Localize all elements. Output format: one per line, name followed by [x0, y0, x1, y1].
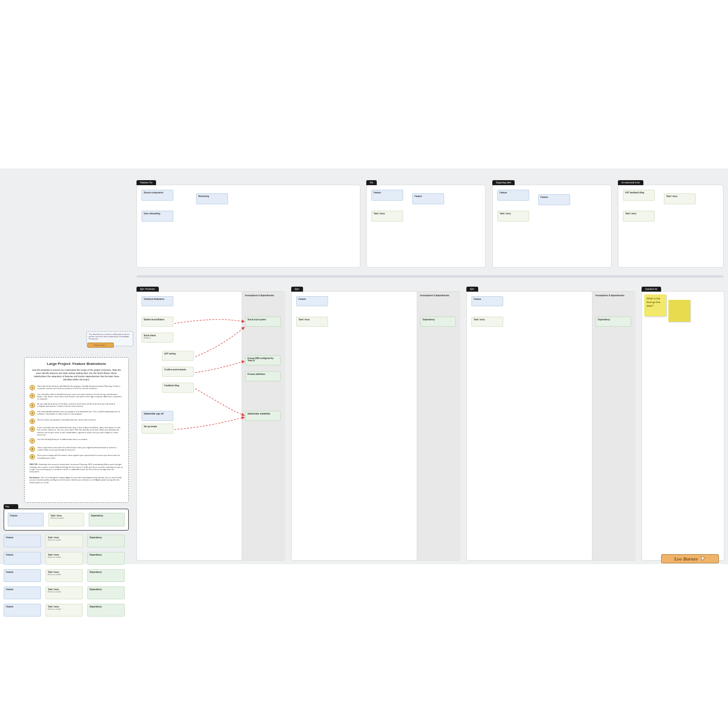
- card[interactable]: Confirm environments: [162, 367, 194, 377]
- blank-feature-card[interactable]: Feature: [4, 535, 41, 547]
- blank-dependency-card[interactable]: Dependency: [87, 586, 125, 599]
- epic-tab: Epic:: [466, 287, 478, 292]
- step-number-icon: 4: [30, 410, 35, 416]
- dependencies-header: Assumptions & dependencies: [417, 292, 460, 298]
- bucket-supporting[interactable]: Supporting other FeatureFeatureTask / st…: [492, 185, 612, 268]
- blank-task-card[interactable]: Task / storyReference needed: [46, 552, 83, 565]
- instruction-step: 1 Start with all the features identified…: [30, 385, 123, 390]
- bucket-not[interactable]: Not FeatureFeatureTask / story: [366, 185, 485, 268]
- blank-dependency-card[interactable]: Dependency: [87, 535, 125, 547]
- instruction-step: 7 Use the Parking/'Feature' to different…: [30, 438, 123, 444]
- blank-feature-card[interactable]: Feature: [4, 586, 41, 599]
- blank-task-card[interactable]: Task / storyReference needed: [46, 586, 83, 599]
- cursor-icon: [700, 556, 706, 562]
- card[interactable]: Stock checkRef Azure: [142, 333, 173, 343]
- bucket-unsized[interactable]: Un-sized work to be UAT feedback tilingT…: [618, 185, 723, 268]
- key-panel: Feature Task / storyReference needed Dep…: [4, 509, 129, 531]
- bucket-tab: Un-sized work to be: [618, 180, 643, 185]
- card[interactable]: Feature: [471, 296, 503, 306]
- card[interactable]: Task / story: [471, 317, 503, 327]
- bucket-tab: Supporting other: [492, 180, 515, 185]
- card[interactable]: Task / story: [296, 317, 328, 327]
- instructions-protip: PRO TIP: Undertake this exercise shortly…: [30, 463, 123, 473]
- epic-2[interactable]: Epic: Assumptions & dependencies Feature…: [291, 291, 460, 561]
- blank-feature-card[interactable]: Feature: [4, 569, 41, 582]
- step-text: Start with all the features identified b…: [37, 385, 123, 390]
- card[interactable]: UAT feedback tiling: [623, 190, 655, 201]
- instructions-title: Large Project: Feature Brainstorm: [30, 362, 123, 366]
- epic-tab: Epic: Production: [136, 287, 159, 292]
- bucket-features-for[interactable]: Features: For Secure componentsMonitorin…: [136, 185, 360, 268]
- dependency-card[interactable]: Ensure DNS configured by Team B: [245, 355, 281, 365]
- blank-feature-card[interactable]: Feature: [4, 552, 41, 565]
- dependency-card[interactable]: Stock local system: [245, 317, 281, 327]
- epic-tab: Questions for: [642, 287, 661, 292]
- blank-feature-card[interactable]: Feature: [4, 604, 41, 617]
- section-divider: [136, 275, 723, 278]
- step-number-icon: 9: [30, 454, 35, 460]
- dependencies-header: Assumptions & dependencies: [242, 292, 285, 298]
- bucket-tab: Not: [366, 180, 377, 185]
- sticky-note[interactable]: What is the final go live date?: [644, 294, 666, 316]
- blank-dependency-card[interactable]: Dependency: [87, 552, 125, 565]
- step-number-icon: 1: [30, 385, 35, 390]
- step-text: You will probably identify some assumpti…: [37, 410, 123, 416]
- card[interactable]: Task / story: [497, 211, 529, 222]
- card[interactable]: Task / story: [623, 211, 655, 222]
- card[interactable]: Basket reconciliation: [142, 317, 173, 327]
- sticky-note[interactable]: [668, 300, 690, 322]
- card[interactable]: Task / story: [371, 211, 403, 222]
- card[interactable]: User onboarding: [142, 211, 173, 222]
- step-text: As you add the features to the Epic cont…: [37, 403, 123, 408]
- dependency-card[interactable]: Dependency: [596, 317, 631, 327]
- card[interactable]: Task / story: [664, 193, 696, 204]
- blank-task-card[interactable]: Task / storyReference needed: [46, 604, 83, 617]
- key-dependency-card[interactable]: Dependency: [89, 513, 125, 526]
- epic-tab: Epic:: [291, 287, 303, 292]
- step-number-icon: 5: [30, 419, 35, 424]
- step-text: Discuss these assumptions and dependenci…: [37, 419, 96, 424]
- step-number-icon: 6: [30, 426, 35, 432]
- card[interactable]: Checkout finalization: [142, 296, 173, 306]
- instructions-intro: Use this template to ensure you understa…: [30, 369, 123, 381]
- dependency-card[interactable]: Process definition: [245, 371, 281, 381]
- step-text: Use the Parking/'Feature' to differentia…: [37, 438, 87, 444]
- blank-dependency-card[interactable]: Dependency: [87, 569, 125, 582]
- blank-task-card[interactable]: Task / storyReference needed: [46, 569, 83, 582]
- step-number-icon: 7: [30, 438, 35, 444]
- blank-task-card[interactable]: Task / storyReference needed: [46, 535, 83, 547]
- step-number-icon: 2: [30, 393, 35, 399]
- card[interactable]: Stakeholder sign off: [142, 411, 173, 421]
- instruction-step: 6 If you currently have discarded left t…: [30, 426, 123, 436]
- card[interactable]: Feature: [371, 190, 403, 201]
- epic-production[interactable]: Epic: Production Assumptions & dependenc…: [136, 291, 285, 561]
- instruction-step: 2 You should be able to identify that yo…: [30, 393, 123, 400]
- step-number-icon: 3: [30, 403, 35, 408]
- card[interactable]: Feature: [412, 193, 444, 204]
- card[interactable]: UAT testing: [162, 351, 194, 361]
- step-text: If you currently have discarded left tas…: [37, 426, 123, 436]
- card[interactable]: Feedback tiling: [162, 383, 194, 393]
- instruction-step: 3 As you add the features to the Epic co…: [30, 403, 123, 408]
- card[interactable]: Feature: [296, 296, 328, 306]
- card[interactable]: Feature: [497, 190, 529, 201]
- epic-3[interactable]: Epic: Assumptions & dependencies Feature…: [466, 291, 636, 561]
- card[interactable]: Set up review: [142, 424, 173, 434]
- dependency-card[interactable]: Dependency: [420, 317, 456, 327]
- blank-dependency-card[interactable]: Dependency: [87, 604, 125, 617]
- card[interactable]: Feature: [538, 194, 570, 205]
- card[interactable]: Monitoring: [196, 193, 228, 204]
- instruction-step: 5 Discuss these assumptions and dependen…: [30, 419, 123, 424]
- key-task-card[interactable]: Task / storyReference needed: [48, 513, 84, 526]
- dependencies-header: Assumptions & dependencies: [592, 292, 636, 298]
- instructions-panel: Large Project: Feature Brainstorm Use th…: [24, 357, 129, 503]
- dependency-card[interactable]: Stakeholder availability: [245, 411, 281, 421]
- find-out-more-button[interactable]: Find out more →: [87, 343, 114, 348]
- card[interactable]: Secure components: [142, 190, 173, 201]
- step-text: You should be able to identify that your…: [37, 393, 123, 400]
- instructions-disclaimer: Disclaimer: This isn't intended to repla…: [30, 476, 123, 484]
- key-feature-card[interactable]: Feature: [8, 513, 44, 526]
- step-number-icon: 8: [30, 446, 35, 452]
- bucket-tab: Features: For: [136, 180, 156, 185]
- questions-panel[interactable]: Questions for What is the final go live …: [642, 291, 724, 561]
